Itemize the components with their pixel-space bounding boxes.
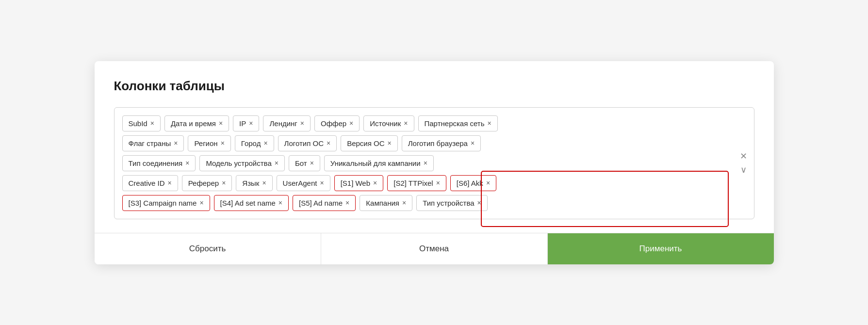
tag-region: Регион×	[188, 135, 230, 151]
close-referer[interactable]: ×	[222, 179, 226, 186]
tag-bot: Бот×	[289, 155, 320, 171]
close-lending[interactable]: ×	[300, 120, 304, 127]
close-offer[interactable]: ×	[349, 120, 353, 127]
close-bot[interactable]: ×	[310, 160, 314, 166]
tag-city: Город×	[235, 135, 274, 151]
tag-unique-campaign: Уникальный для кампании×	[324, 155, 434, 171]
close-device-model[interactable]: ×	[275, 160, 278, 166]
close-connection-type[interactable]: ×	[185, 160, 189, 166]
tags-rows: SubId× Дата и время× IP× Лендинг× Оффер×…	[122, 115, 729, 211]
close-region[interactable]: ×	[221, 140, 225, 146]
tag-os-logo: Логотип ОС×	[278, 135, 337, 151]
tag-device-type: Тип устройства×	[416, 195, 488, 211]
columns-dialog: Колонки таблицы SubId× Дата и время× IP×…	[95, 61, 774, 264]
tag-device-model: Модель устройства×	[199, 155, 284, 171]
close-device-type[interactable]: ×	[477, 199, 481, 206]
close-s1-web[interactable]: ×	[373, 179, 377, 186]
tags-container: SubId× Дата и время× IP× Лендинг× Оффер×…	[114, 107, 754, 219]
tag-partner-network: Партнерская сеть×	[418, 115, 498, 131]
tag-creative-id: Creative ID×	[122, 175, 178, 191]
dialog-footer: Сбросить Отмена Применить	[95, 233, 774, 264]
tag-s1-web: [S1] Web×	[334, 175, 384, 191]
tags-row-2: Флаг страны× Регион× Город× Логотип ОС× …	[122, 135, 729, 151]
tags-row-4: Creative ID× Реферер× Язык× UserAgent× […	[122, 175, 729, 191]
tag-lending: Лендинг×	[263, 115, 311, 131]
close-city[interactable]: ×	[263, 140, 267, 146]
cancel-button[interactable]: Отмена	[321, 233, 548, 264]
tag-s6-akk: [S6] Akk×	[450, 175, 496, 191]
close-unique-campaign[interactable]: ×	[424, 160, 427, 166]
tag-referer: Реферер×	[182, 175, 232, 191]
close-creative-id[interactable]: ×	[168, 179, 172, 186]
tag-offer: Оффер×	[314, 115, 360, 131]
tags-row-1: SubId× Дата и время× IP× Лендинг× Оффер×…	[122, 115, 729, 131]
apply-button[interactable]: Применить	[548, 233, 774, 264]
close-browser-logo[interactable]: ×	[471, 140, 475, 146]
move-down-button[interactable]: ∨	[739, 164, 748, 175]
close-s5-adname[interactable]: ×	[345, 199, 349, 206]
close-os-version[interactable]: ×	[388, 140, 392, 146]
tag-s2-ttpixel: [S2] TTPixel×	[387, 175, 446, 191]
side-controls: ✕ ∨	[739, 151, 748, 175]
move-up-button[interactable]: ✕	[739, 151, 748, 162]
tag-datetime: Дата и время×	[164, 115, 229, 131]
tag-source: Источник×	[363, 115, 414, 131]
tag-connection-type: Тип соединения×	[122, 155, 196, 171]
close-language[interactable]: ×	[262, 179, 266, 186]
tag-ip: IP×	[233, 115, 259, 131]
tag-s5-adname: [S5] Ad name×	[293, 195, 356, 211]
tag-browser-logo: Логотип браузера×	[402, 135, 481, 151]
tag-os-version: Версия ОС×	[341, 135, 398, 151]
close-s2-ttpixel[interactable]: ×	[436, 179, 440, 186]
close-source[interactable]: ×	[404, 120, 408, 127]
tags-row-3: Тип соединения× Модель устройства× Бот× …	[122, 155, 729, 171]
close-useragent[interactable]: ×	[320, 179, 324, 186]
tag-language: Язык×	[236, 175, 272, 191]
close-s3-campaign[interactable]: ×	[199, 199, 203, 206]
close-partner-network[interactable]: ×	[488, 120, 491, 127]
close-s6-akk[interactable]: ×	[486, 179, 490, 186]
tag-subid: SubId×	[122, 115, 161, 131]
dialog-body: Колонки таблицы SubId× Дата и время× IP×…	[95, 61, 774, 233]
close-flag[interactable]: ×	[174, 140, 178, 146]
dialog-title: Колонки таблицы	[114, 79, 754, 94]
tag-s4-adset: [S4] Ad set name×	[214, 195, 289, 211]
close-ip[interactable]: ×	[249, 120, 253, 127]
tags-row-5: [S3] Campaign name× [S4] Ad set name× [S…	[122, 195, 729, 211]
close-os-logo[interactable]: ×	[327, 140, 330, 146]
tag-flag: Флаг страны×	[122, 135, 184, 151]
close-campaign[interactable]: ×	[402, 199, 406, 206]
close-datetime[interactable]: ×	[219, 120, 223, 127]
tag-useragent: UserAgent×	[277, 175, 330, 191]
tag-s3-campaign: [S3] Campaign name×	[122, 195, 210, 211]
reset-button[interactable]: Сбросить	[95, 233, 321, 264]
close-subid[interactable]: ×	[150, 120, 154, 127]
tag-campaign: Кампания×	[360, 195, 412, 211]
close-s4-adset[interactable]: ×	[278, 199, 282, 206]
